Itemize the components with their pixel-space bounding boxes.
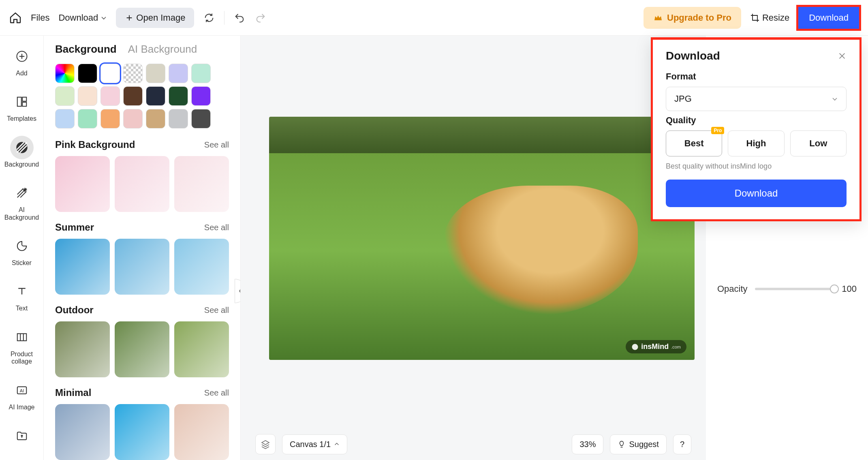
- zoom-indicator[interactable]: 33%: [572, 434, 603, 454]
- crop-icon: [750, 13, 760, 23]
- resize-label: Resize: [762, 13, 789, 23]
- swatch-transparent[interactable]: [123, 64, 143, 83]
- crown-icon: [653, 13, 663, 23]
- swatch-tan[interactable]: [146, 109, 165, 128]
- canvas-footer: Canvas 1/1 33% Suggest ?: [255, 434, 691, 454]
- collage-icon: [10, 325, 34, 349]
- quality-option-low[interactable]: Low: [790, 131, 847, 156]
- see-all-minimal[interactable]: See all: [204, 388, 229, 398]
- swatch-white[interactable]: [100, 64, 120, 83]
- see-all-pink[interactable]: See all: [204, 140, 229, 150]
- thumb-outdoor-2[interactable]: [174, 321, 229, 377]
- swatch-brown[interactable]: [123, 86, 143, 106]
- swatch-forest[interactable]: [169, 86, 188, 106]
- undo-button[interactable]: [233, 12, 246, 24]
- swatch-black[interactable]: [78, 64, 97, 83]
- swatch-blush[interactable]: [123, 109, 143, 128]
- open-image-button[interactable]: Open Image: [116, 8, 194, 28]
- layers-button[interactable]: [255, 434, 276, 454]
- thumb-summer-0[interactable]: [55, 239, 110, 295]
- rail-product-collage[interactable]: Product collage: [2, 321, 41, 370]
- help-button[interactable]: ?: [673, 434, 691, 454]
- swatch-navy[interactable]: [146, 86, 165, 106]
- canvas-area: insMind.com Canvas 1/1 33% Suggest ?: [241, 36, 706, 460]
- quality-option-best[interactable]: BestPro: [666, 131, 722, 156]
- download-menu[interactable]: Download: [58, 13, 107, 23]
- category-title-pink: Pink Background: [55, 139, 135, 150]
- thumb-summer-2[interactable]: [174, 239, 229, 295]
- rail-ai-image[interactable]: AI AI Image: [2, 374, 41, 415]
- swatch-rainbow[interactable]: [55, 64, 75, 83]
- swatch-gray-tan[interactable]: [146, 64, 165, 83]
- swatch-seafoam[interactable]: [78, 109, 97, 128]
- upgrade-label: Upgrade to Pro: [667, 13, 731, 23]
- see-all-outdoor[interactable]: See all: [204, 306, 229, 315]
- thumb-pink-2[interactable]: [174, 156, 229, 212]
- opacity-control: Opacity 100: [717, 284, 857, 294]
- category-title-summer: Summer: [55, 222, 94, 233]
- thumb-minimal-1[interactable]: [115, 404, 169, 460]
- rail-upload[interactable]: [2, 420, 41, 451]
- ai-hatch-icon: [10, 181, 34, 205]
- swatch-mint[interactable]: [191, 64, 211, 83]
- thumb-minimal-2[interactable]: [174, 404, 229, 460]
- left-rail: Add Templates Background AI Background S…: [0, 36, 44, 460]
- tab-background[interactable]: Background: [55, 43, 117, 56]
- files-menu[interactable]: Files: [31, 13, 49, 23]
- thumb-pink-1[interactable]: [115, 156, 169, 212]
- resize-button[interactable]: Resize: [750, 13, 789, 23]
- subject-dog: [443, 186, 638, 315]
- download-panel-title: Download: [666, 49, 720, 62]
- redo-button[interactable]: [254, 12, 267, 24]
- download-confirm-button[interactable]: Download: [666, 180, 847, 207]
- close-icon: [838, 51, 847, 60]
- thumb-summer-1[interactable]: [115, 239, 169, 295]
- top-toolbar: Files Download Open Image Upgrade to Pro…: [0, 0, 868, 36]
- thumb-pink-0[interactable]: [55, 156, 110, 212]
- rail-text[interactable]: Text: [2, 276, 41, 316]
- suggest-button[interactable]: Suggest: [610, 434, 666, 454]
- pro-badge: Pro: [711, 127, 724, 134]
- rail-templates[interactable]: Templates: [2, 86, 41, 126]
- thumb-outdoor-1[interactable]: [115, 321, 169, 377]
- see-all-summer[interactable]: See all: [204, 223, 229, 232]
- watermark: insMind.com: [626, 340, 686, 353]
- swatch-charcoal[interactable]: [191, 109, 211, 128]
- swatch-pale-green[interactable]: [55, 86, 75, 106]
- swatch-pink[interactable]: [100, 86, 120, 106]
- rail-sticker[interactable]: Sticker: [2, 230, 41, 271]
- rail-ai-background[interactable]: AI Background: [2, 177, 41, 225]
- canvas-image[interactable]: insMind.com: [269, 117, 695, 360]
- rail-background[interactable]: Background: [2, 132, 41, 172]
- plus-circle-icon: [10, 45, 34, 68]
- thumb-minimal-0[interactable]: [55, 404, 110, 460]
- swatch-sky-grad[interactable]: [55, 109, 75, 128]
- rail-add[interactable]: Add: [2, 41, 41, 81]
- quality-option-high[interactable]: High: [728, 131, 784, 156]
- opacity-label: Opacity: [717, 284, 748, 294]
- swatch-orange[interactable]: [100, 109, 120, 128]
- download-menu-label: Download: [58, 13, 98, 23]
- close-button[interactable]: [838, 51, 847, 60]
- home-icon[interactable]: [9, 11, 22, 24]
- upgrade-button[interactable]: Upgrade to Pro: [644, 7, 741, 29]
- watermark-icon: [631, 343, 639, 351]
- opacity-slider-thumb[interactable]: [830, 285, 839, 293]
- sync-icon[interactable]: [203, 12, 215, 24]
- canvas-selector[interactable]: Canvas 1/1: [282, 434, 347, 454]
- swatch-lavender[interactable]: [169, 64, 188, 83]
- quality-options: BestProHighLow: [666, 131, 847, 156]
- category-title-minimal: Minimal: [55, 387, 91, 398]
- format-select[interactable]: JPG: [666, 87, 847, 111]
- color-swatch-grid: [55, 64, 229, 128]
- opacity-value: 100: [842, 284, 857, 294]
- thumb-outdoor-0[interactable]: [55, 321, 110, 377]
- collapse-panel-handle[interactable]: [235, 279, 241, 303]
- download-button[interactable]: Download: [798, 7, 859, 29]
- swatch-peach[interactable]: [78, 86, 97, 106]
- tab-ai-background[interactable]: AI Background: [128, 43, 197, 56]
- opacity-slider[interactable]: [755, 288, 835, 290]
- swatch-purple[interactable]: [191, 86, 211, 106]
- quality-label: Quality: [666, 115, 847, 126]
- swatch-silver[interactable]: [169, 109, 188, 128]
